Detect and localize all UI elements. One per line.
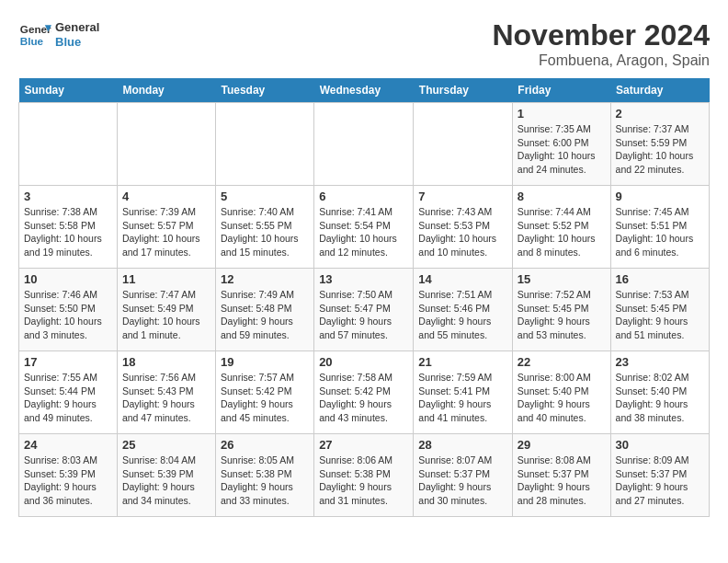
header-cell-monday: Monday: [117, 78, 215, 103]
day-info: Sunrise: 7:43 AM Sunset: 5:53 PM Dayligh…: [418, 205, 507, 259]
calendar-body: 1Sunrise: 7:35 AM Sunset: 6:00 PM Daylig…: [19, 103, 710, 517]
calendar-cell: 6Sunrise: 7:41 AM Sunset: 5:54 PM Daylig…: [314, 186, 414, 269]
day-number: 22: [518, 355, 606, 369]
day-info: Sunrise: 8:08 AM Sunset: 5:37 PM Dayligh…: [518, 454, 606, 508]
day-number: 7: [418, 190, 507, 203]
day-number: 11: [122, 272, 210, 286]
day-number: 9: [616, 190, 704, 203]
day-number: 6: [319, 190, 408, 203]
day-info: Sunrise: 7:51 AM Sunset: 5:46 PM Dayligh…: [418, 288, 507, 342]
svg-text:Blue: Blue: [20, 35, 44, 47]
calendar-cell: [19, 103, 118, 186]
calendar-cell: 8Sunrise: 7:44 AM Sunset: 5:52 PM Daylig…: [512, 186, 610, 269]
week-row-1: 3Sunrise: 7:38 AM Sunset: 5:58 PM Daylig…: [19, 186, 710, 269]
calendar-cell: 16Sunrise: 7:53 AM Sunset: 5:45 PM Dayli…: [610, 269, 709, 351]
day-number: 23: [616, 355, 704, 369]
header-cell-tuesday: Tuesday: [215, 78, 313, 103]
day-number: 21: [418, 355, 507, 369]
day-number: 13: [319, 272, 408, 286]
calendar-cell: 26Sunrise: 8:05 AM Sunset: 5:38 PM Dayli…: [215, 434, 313, 517]
day-number: 4: [122, 190, 210, 203]
title-section: November 2024 Fombuena, Aragon, Spain: [492, 18, 710, 69]
day-info: Sunrise: 7:52 AM Sunset: 5:45 PM Dayligh…: [518, 288, 606, 342]
day-info: Sunrise: 8:05 AM Sunset: 5:38 PM Dayligh…: [221, 454, 309, 508]
day-number: 30: [616, 438, 704, 452]
calendar-cell: 18Sunrise: 7:56 AM Sunset: 5:43 PM Dayli…: [117, 351, 215, 434]
day-info: Sunrise: 7:55 AM Sunset: 5:44 PM Dayligh…: [24, 371, 112, 425]
day-number: 8: [518, 190, 606, 203]
day-number: 27: [319, 438, 408, 452]
header-cell-sunday: Sunday: [19, 78, 118, 103]
calendar-cell: 23Sunrise: 8:02 AM Sunset: 5:40 PM Dayli…: [610, 351, 709, 434]
day-info: Sunrise: 8:06 AM Sunset: 5:38 PM Dayligh…: [319, 454, 408, 508]
week-row-0: 1Sunrise: 7:35 AM Sunset: 6:00 PM Daylig…: [19, 103, 710, 186]
calendar-cell: 12Sunrise: 7:49 AM Sunset: 5:48 PM Dayli…: [215, 269, 313, 351]
day-info: Sunrise: 7:38 AM Sunset: 5:58 PM Dayligh…: [24, 205, 112, 259]
week-row-3: 17Sunrise: 7:55 AM Sunset: 5:44 PM Dayli…: [19, 351, 710, 434]
header: General Blue General Blue November 2024 …: [18, 18, 710, 69]
day-info: Sunrise: 7:41 AM Sunset: 5:54 PM Dayligh…: [319, 205, 408, 259]
calendar-cell: 13Sunrise: 7:50 AM Sunset: 5:47 PM Dayli…: [314, 269, 414, 351]
day-number: 29: [518, 438, 606, 452]
calendar-cell: 29Sunrise: 8:08 AM Sunset: 5:37 PM Dayli…: [512, 434, 610, 517]
calendar-cell: 25Sunrise: 8:04 AM Sunset: 5:39 PM Dayli…: [117, 434, 215, 517]
day-info: Sunrise: 7:45 AM Sunset: 5:51 PM Dayligh…: [616, 205, 704, 259]
logo-blue-text: Blue: [55, 35, 99, 50]
day-number: 1: [518, 107, 606, 121]
day-info: Sunrise: 7:50 AM Sunset: 5:47 PM Dayligh…: [319, 288, 408, 342]
day-number: 18: [122, 355, 210, 369]
calendar-cell: 4Sunrise: 7:39 AM Sunset: 5:57 PM Daylig…: [117, 186, 215, 269]
calendar-cell: [117, 103, 215, 186]
calendar-cell: 5Sunrise: 7:40 AM Sunset: 5:55 PM Daylig…: [215, 186, 313, 269]
day-number: 24: [24, 438, 112, 452]
calendar-cell: 2Sunrise: 7:37 AM Sunset: 5:59 PM Daylig…: [610, 103, 709, 186]
calendar-cell: 11Sunrise: 7:47 AM Sunset: 5:49 PM Dayli…: [117, 269, 215, 351]
logo-icon: General Blue: [18, 18, 51, 52]
day-number: 26: [221, 438, 309, 452]
calendar-cell: 21Sunrise: 7:59 AM Sunset: 5:41 PM Dayli…: [414, 351, 513, 434]
day-number: 3: [24, 190, 112, 203]
calendar-table: SundayMondayTuesdayWednesdayThursdayFrid…: [18, 78, 710, 517]
day-number: 15: [518, 272, 606, 286]
calendar-cell: 10Sunrise: 7:46 AM Sunset: 5:50 PM Dayli…: [19, 269, 118, 351]
day-info: Sunrise: 7:53 AM Sunset: 5:45 PM Dayligh…: [616, 288, 704, 342]
day-number: 5: [221, 190, 309, 203]
header-cell-thursday: Thursday: [414, 78, 513, 103]
week-row-4: 24Sunrise: 8:03 AM Sunset: 5:39 PM Dayli…: [19, 434, 710, 517]
calendar-cell: 1Sunrise: 7:35 AM Sunset: 6:00 PM Daylig…: [512, 103, 610, 186]
day-number: 28: [418, 438, 507, 452]
day-number: 12: [221, 272, 309, 286]
day-info: Sunrise: 8:09 AM Sunset: 5:37 PM Dayligh…: [616, 454, 704, 508]
calendar-cell: 28Sunrise: 8:07 AM Sunset: 5:37 PM Dayli…: [414, 434, 513, 517]
calendar-subtitle: Fombuena, Aragon, Spain: [492, 52, 710, 69]
day-info: Sunrise: 8:07 AM Sunset: 5:37 PM Dayligh…: [418, 454, 507, 508]
day-number: 25: [122, 438, 210, 452]
day-info: Sunrise: 8:00 AM Sunset: 5:40 PM Dayligh…: [518, 371, 606, 425]
calendar-cell: 17Sunrise: 7:55 AM Sunset: 5:44 PM Dayli…: [19, 351, 118, 434]
day-info: Sunrise: 7:37 AM Sunset: 5:59 PM Dayligh…: [616, 122, 704, 177]
calendar-cell: 30Sunrise: 8:09 AM Sunset: 5:37 PM Dayli…: [610, 434, 709, 517]
header-row: SundayMondayTuesdayWednesdayThursdayFrid…: [19, 78, 710, 103]
calendar-cell: 14Sunrise: 7:51 AM Sunset: 5:46 PM Dayli…: [414, 269, 513, 351]
day-info: Sunrise: 8:02 AM Sunset: 5:40 PM Dayligh…: [616, 371, 704, 425]
logo-general-text: General: [55, 20, 99, 35]
day-number: 20: [319, 355, 408, 369]
header-cell-saturday: Saturday: [610, 78, 709, 103]
day-info: Sunrise: 7:49 AM Sunset: 5:48 PM Dayligh…: [221, 288, 309, 342]
day-number: 16: [616, 272, 704, 286]
day-number: 19: [221, 355, 309, 369]
day-info: Sunrise: 7:58 AM Sunset: 5:42 PM Dayligh…: [319, 371, 408, 425]
calendar-cell: 20Sunrise: 7:58 AM Sunset: 5:42 PM Dayli…: [314, 351, 414, 434]
calendar-cell: [215, 103, 313, 186]
day-number: 2: [616, 107, 704, 121]
day-info: Sunrise: 8:03 AM Sunset: 5:39 PM Dayligh…: [24, 454, 112, 508]
day-info: Sunrise: 7:39 AM Sunset: 5:57 PM Dayligh…: [122, 205, 210, 259]
day-info: Sunrise: 7:35 AM Sunset: 6:00 PM Dayligh…: [518, 122, 606, 177]
day-info: Sunrise: 7:57 AM Sunset: 5:42 PM Dayligh…: [221, 371, 309, 425]
calendar-cell: 27Sunrise: 8:06 AM Sunset: 5:38 PM Dayli…: [314, 434, 414, 517]
day-info: Sunrise: 7:47 AM Sunset: 5:49 PM Dayligh…: [122, 288, 210, 342]
logo: General Blue General Blue: [18, 18, 99, 52]
calendar-cell: 9Sunrise: 7:45 AM Sunset: 5:51 PM Daylig…: [610, 186, 709, 269]
day-info: Sunrise: 7:40 AM Sunset: 5:55 PM Dayligh…: [221, 205, 309, 259]
calendar-cell: [414, 103, 513, 186]
